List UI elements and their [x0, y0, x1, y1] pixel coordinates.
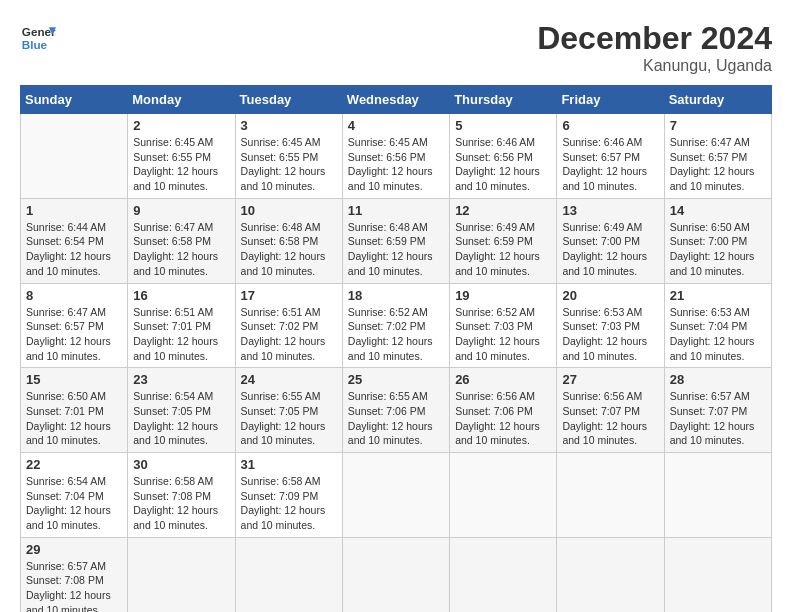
day-number: 15 [26, 372, 122, 387]
table-row [557, 453, 664, 538]
table-row [450, 537, 557, 612]
svg-text:General: General [22, 25, 56, 38]
day-info: Sunrise: 6:45 AM Sunset: 6:55 PM Dayligh… [241, 135, 337, 194]
table-row [21, 114, 128, 199]
calendar-week-row: 2 Sunrise: 6:45 AM Sunset: 6:55 PM Dayli… [21, 114, 772, 199]
day-info: Sunrise: 6:46 AM Sunset: 6:57 PM Dayligh… [562, 135, 658, 194]
table-row [557, 537, 664, 612]
day-info: Sunrise: 6:49 AM Sunset: 7:00 PM Dayligh… [562, 220, 658, 279]
day-info: Sunrise: 6:56 AM Sunset: 7:06 PM Dayligh… [455, 389, 551, 448]
day-info: Sunrise: 6:53 AM Sunset: 7:03 PM Dayligh… [562, 305, 658, 364]
day-number: 4 [348, 118, 444, 133]
day-number: 22 [26, 457, 122, 472]
day-info: Sunrise: 6:58 AM Sunset: 7:09 PM Dayligh… [241, 474, 337, 533]
table-row [450, 453, 557, 538]
day-info: Sunrise: 6:57 AM Sunset: 7:07 PM Dayligh… [670, 389, 766, 448]
col-friday: Friday [557, 86, 664, 114]
day-number: 9 [133, 203, 229, 218]
calendar-header-row: Sunday Monday Tuesday Wednesday Thursday… [21, 86, 772, 114]
day-number: 6 [562, 118, 658, 133]
table-row [235, 537, 342, 612]
general-blue-logo-icon: General Blue [20, 20, 56, 56]
table-row: 10 Sunrise: 6:48 AM Sunset: 6:58 PM Dayl… [235, 198, 342, 283]
day-info: Sunrise: 6:55 AM Sunset: 7:06 PM Dayligh… [348, 389, 444, 448]
day-number: 13 [562, 203, 658, 218]
calendar-week-row: 15 Sunrise: 6:50 AM Sunset: 7:01 PM Dayl… [21, 368, 772, 453]
day-number: 7 [670, 118, 766, 133]
table-row [342, 537, 449, 612]
day-info: Sunrise: 6:52 AM Sunset: 7:03 PM Dayligh… [455, 305, 551, 364]
calendar-title: December 2024 [537, 20, 772, 57]
table-row: 16 Sunrise: 6:51 AM Sunset: 7:01 PM Dayl… [128, 283, 235, 368]
table-row: 24 Sunrise: 6:55 AM Sunset: 7:05 PM Dayl… [235, 368, 342, 453]
table-row [664, 537, 771, 612]
col-thursday: Thursday [450, 86, 557, 114]
day-info: Sunrise: 6:45 AM Sunset: 6:55 PM Dayligh… [133, 135, 229, 194]
col-wednesday: Wednesday [342, 86, 449, 114]
day-number: 8 [26, 288, 122, 303]
day-number: 10 [241, 203, 337, 218]
day-info: Sunrise: 6:48 AM Sunset: 6:59 PM Dayligh… [348, 220, 444, 279]
col-tuesday: Tuesday [235, 86, 342, 114]
col-saturday: Saturday [664, 86, 771, 114]
day-number: 1 [26, 203, 122, 218]
table-row: 19 Sunrise: 6:52 AM Sunset: 7:03 PM Dayl… [450, 283, 557, 368]
day-info: Sunrise: 6:56 AM Sunset: 7:07 PM Dayligh… [562, 389, 658, 448]
table-row: 1 Sunrise: 6:44 AM Sunset: 6:54 PM Dayli… [21, 198, 128, 283]
table-row: 20 Sunrise: 6:53 AM Sunset: 7:03 PM Dayl… [557, 283, 664, 368]
table-row: 8 Sunrise: 6:47 AM Sunset: 6:57 PM Dayli… [21, 283, 128, 368]
table-row: 23 Sunrise: 6:54 AM Sunset: 7:05 PM Dayl… [128, 368, 235, 453]
day-number: 17 [241, 288, 337, 303]
table-row: 3 Sunrise: 6:45 AM Sunset: 6:55 PM Dayli… [235, 114, 342, 199]
table-row: 17 Sunrise: 6:51 AM Sunset: 7:02 PM Dayl… [235, 283, 342, 368]
svg-text:Blue: Blue [22, 38, 48, 51]
day-number: 23 [133, 372, 229, 387]
table-row: 29 Sunrise: 6:57 AM Sunset: 7:08 PM Dayl… [21, 537, 128, 612]
calendar-week-row: 22 Sunrise: 6:54 AM Sunset: 7:04 PM Dayl… [21, 453, 772, 538]
day-number: 20 [562, 288, 658, 303]
title-block: December 2024 Kanungu, Uganda [537, 20, 772, 75]
table-row [342, 453, 449, 538]
day-info: Sunrise: 6:45 AM Sunset: 6:56 PM Dayligh… [348, 135, 444, 194]
day-number: 18 [348, 288, 444, 303]
day-info: Sunrise: 6:49 AM Sunset: 6:59 PM Dayligh… [455, 220, 551, 279]
day-number: 25 [348, 372, 444, 387]
calendar-week-row: 1 Sunrise: 6:44 AM Sunset: 6:54 PM Dayli… [21, 198, 772, 283]
day-info: Sunrise: 6:54 AM Sunset: 7:04 PM Dayligh… [26, 474, 122, 533]
table-row: 31 Sunrise: 6:58 AM Sunset: 7:09 PM Dayl… [235, 453, 342, 538]
table-row: 2 Sunrise: 6:45 AM Sunset: 6:55 PM Dayli… [128, 114, 235, 199]
calendar-week-row: 29 Sunrise: 6:57 AM Sunset: 7:08 PM Dayl… [21, 537, 772, 612]
table-row: 7 Sunrise: 6:47 AM Sunset: 6:57 PM Dayli… [664, 114, 771, 199]
table-row: 11 Sunrise: 6:48 AM Sunset: 6:59 PM Dayl… [342, 198, 449, 283]
calendar-table: Sunday Monday Tuesday Wednesday Thursday… [20, 85, 772, 612]
day-number: 28 [670, 372, 766, 387]
day-info: Sunrise: 6:50 AM Sunset: 7:00 PM Dayligh… [670, 220, 766, 279]
table-row: 15 Sunrise: 6:50 AM Sunset: 7:01 PM Dayl… [21, 368, 128, 453]
day-info: Sunrise: 6:47 AM Sunset: 6:58 PM Dayligh… [133, 220, 229, 279]
logo: General Blue [20, 20, 56, 56]
table-row: 30 Sunrise: 6:58 AM Sunset: 7:08 PM Dayl… [128, 453, 235, 538]
day-info: Sunrise: 6:47 AM Sunset: 6:57 PM Dayligh… [26, 305, 122, 364]
day-number: 29 [26, 542, 122, 557]
day-info: Sunrise: 6:54 AM Sunset: 7:05 PM Dayligh… [133, 389, 229, 448]
table-row: 28 Sunrise: 6:57 AM Sunset: 7:07 PM Dayl… [664, 368, 771, 453]
calendar-subtitle: Kanungu, Uganda [537, 57, 772, 75]
day-number: 16 [133, 288, 229, 303]
table-row: 13 Sunrise: 6:49 AM Sunset: 7:00 PM Dayl… [557, 198, 664, 283]
table-row: 21 Sunrise: 6:53 AM Sunset: 7:04 PM Dayl… [664, 283, 771, 368]
day-number: 3 [241, 118, 337, 133]
col-monday: Monday [128, 86, 235, 114]
day-info: Sunrise: 6:50 AM Sunset: 7:01 PM Dayligh… [26, 389, 122, 448]
day-info: Sunrise: 6:57 AM Sunset: 7:08 PM Dayligh… [26, 559, 122, 612]
table-row: 25 Sunrise: 6:55 AM Sunset: 7:06 PM Dayl… [342, 368, 449, 453]
table-row: 9 Sunrise: 6:47 AM Sunset: 6:58 PM Dayli… [128, 198, 235, 283]
day-number: 21 [670, 288, 766, 303]
table-row: 4 Sunrise: 6:45 AM Sunset: 6:56 PM Dayli… [342, 114, 449, 199]
day-info: Sunrise: 6:55 AM Sunset: 7:05 PM Dayligh… [241, 389, 337, 448]
day-info: Sunrise: 6:53 AM Sunset: 7:04 PM Dayligh… [670, 305, 766, 364]
day-number: 5 [455, 118, 551, 133]
day-number: 31 [241, 457, 337, 472]
day-info: Sunrise: 6:52 AM Sunset: 7:02 PM Dayligh… [348, 305, 444, 364]
table-row: 14 Sunrise: 6:50 AM Sunset: 7:00 PM Dayl… [664, 198, 771, 283]
table-row: 18 Sunrise: 6:52 AM Sunset: 7:02 PM Dayl… [342, 283, 449, 368]
